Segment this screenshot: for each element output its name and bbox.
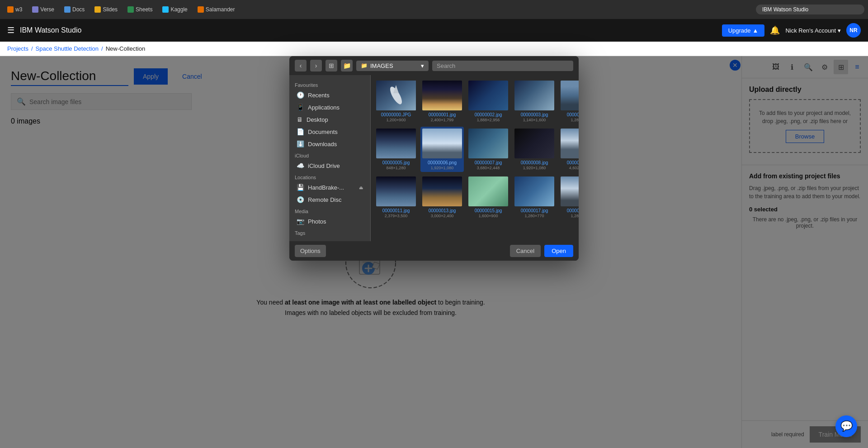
file-item-13[interactable]: 00000013.jpg 3,000×2,400 xyxy=(420,175,464,220)
sidebar-item-recents[interactable]: 🕐 Recents xyxy=(291,89,368,101)
documents-icon: 📄 xyxy=(297,128,304,135)
file-item-15[interactable]: 00000015.jpg 1,600×900 xyxy=(467,175,510,220)
file-dims-1: 2,400×1,799 xyxy=(431,118,453,122)
tab-icon-verse xyxy=(32,6,38,13)
breadcrumb-sep1: / xyxy=(31,45,33,52)
tab-icon-sheets xyxy=(127,6,134,13)
dialog-forward-button[interactable]: › xyxy=(310,60,322,71)
tab-icon-docs xyxy=(64,6,71,13)
desktop-icon: 🖥 xyxy=(297,116,303,123)
file-item-11[interactable]: 00000011.jpg 2,379×3,500 xyxy=(374,175,418,220)
icloud-icon: ☁️ xyxy=(297,162,304,169)
file-thumb-6 xyxy=(422,129,462,158)
photos-icon: 📷 xyxy=(297,218,304,225)
browser-tab-verse[interactable]: Verse xyxy=(28,5,58,14)
breadcrumb: Projects / Space Shuttle Detection / New… xyxy=(0,42,868,56)
file-item-2[interactable]: 00000002.jpg 1,888×2,956 xyxy=(467,79,510,124)
file-label-11: 00000011.jpg xyxy=(382,208,410,214)
dialog-toolbar: ‹ › ⊞ 📁 📁 IMAGES ▾ xyxy=(289,56,579,75)
file-label-8: 00000008.jpg xyxy=(521,160,548,166)
file-item-4[interactable]: 00000004.jpg 1,280×720 xyxy=(559,79,579,124)
browser-tab-salamander[interactable]: Salamander xyxy=(194,5,239,14)
file-item-0[interactable]: 00000000.JPG 1,200×900 xyxy=(374,79,418,124)
breadcrumb-shuttle[interactable]: Space Shuttle Detection xyxy=(36,45,99,52)
dialog-back-button[interactable]: ‹ xyxy=(295,60,307,71)
browser-bar: w3 Verse Docs Slides Sheets Kaggle Salam… xyxy=(0,0,868,19)
menu-icon[interactable]: ☰ xyxy=(7,25,14,35)
sidebar-item-applications[interactable]: 📱 Applications xyxy=(291,101,368,113)
sidebar-item-photos[interactable]: 📷 Photos xyxy=(291,215,368,227)
file-label-1: 00000001.jpg xyxy=(429,112,456,118)
file-item-17[interactable]: 00000017.jpg 1,280×770 xyxy=(513,175,556,220)
file-item-3[interactable]: 00000003.jpg 1,140×1,600 xyxy=(513,79,556,124)
file-thumb-3 xyxy=(514,81,554,110)
browser-tab-kaggle[interactable]: Kaggle xyxy=(159,5,191,14)
file-thumb-7 xyxy=(468,129,508,158)
notifications-icon[interactable]: 🔔 xyxy=(770,25,780,35)
file-dims-15: 1,600×900 xyxy=(479,214,498,218)
file-dims-8: 1,920×1,080 xyxy=(523,166,546,170)
dialog-folder-button[interactable]: 📁 xyxy=(341,60,353,71)
browser-search-input[interactable] xyxy=(756,5,864,14)
sidebar-item-downloads[interactable]: ⬇️ Downloads xyxy=(291,138,368,150)
dialog-view-button[interactable]: ⊞ xyxy=(326,60,337,71)
browser-tab-w3[interactable]: w3 xyxy=(4,5,26,14)
tab-icon-slides xyxy=(94,6,101,13)
file-item-5[interactable]: 00000005.jpg 848×1,280 xyxy=(374,127,418,172)
file-thumb-17 xyxy=(514,176,554,206)
chat-button[interactable]: 💬 xyxy=(835,415,857,437)
file-item-20[interactable]: 00000020.jpg 1,280×720 xyxy=(559,175,579,220)
dialog-footer-right: Cancel Open xyxy=(510,245,573,257)
favourites-label: Favourites xyxy=(289,80,370,89)
file-item-8[interactable]: 00000008.jpg 1,920×1,080 xyxy=(513,127,556,172)
file-dims-3: 1,140×1,600 xyxy=(523,118,546,122)
file-thumb-5 xyxy=(376,129,416,158)
dialog-options-button[interactable]: Options xyxy=(295,245,326,257)
browser-tab-sheets[interactable]: Sheets xyxy=(124,5,156,14)
dialog-search-input[interactable] xyxy=(432,61,573,71)
file-item-6[interactable]: 00000006.png 1,920×1,080 xyxy=(420,127,464,172)
chat-icon: 💬 xyxy=(840,420,853,432)
handbrake-icon: 💾 xyxy=(297,184,304,191)
file-dims-7: 3,680×2,448 xyxy=(477,166,500,170)
sidebar-item-handbrake[interactable]: 💾 HandBrake-... ⏏ xyxy=(291,181,368,193)
file-dims-11: 2,379×3,500 xyxy=(385,214,407,218)
browser-tab-slides[interactable]: Slides xyxy=(91,5,121,14)
file-thumb-8 xyxy=(514,129,554,158)
file-dims-6: 1,920×1,080 xyxy=(431,166,453,170)
file-label-7: 00000007.jpg xyxy=(475,160,502,166)
upgrade-icon: ▲ xyxy=(753,27,759,34)
file-dialog: ‹ › ⊞ 📁 📁 IMAGES ▾ Favourites 🕐 xyxy=(289,56,579,261)
breadcrumb-sep2: / xyxy=(101,45,103,52)
dialog-open-button[interactable]: Open xyxy=(544,245,573,257)
tags-label: Tags xyxy=(289,228,370,237)
avatar[interactable]: NR xyxy=(846,23,861,38)
upgrade-button[interactable]: Upgrade ▲ xyxy=(722,24,765,37)
breadcrumb-projects[interactable]: Projects xyxy=(7,45,28,52)
tab-icon-w3 xyxy=(7,6,14,13)
applications-icon: 📱 xyxy=(297,104,304,111)
file-dims-20: 1,280×720 xyxy=(571,214,579,218)
dialog-location[interactable]: 📁 IMAGES ▾ xyxy=(356,61,429,71)
file-item-9[interactable]: 00000009.jpg 4,602×3,540 xyxy=(559,127,579,172)
sidebar-item-documents[interactable]: 📄 Documents xyxy=(291,126,368,138)
media-label: Media xyxy=(289,206,370,215)
account-label[interactable]: Nick Ren's Account ▾ xyxy=(785,27,841,34)
file-item-1[interactable]: 00000001.jpg 2,400×1,799 xyxy=(420,79,464,124)
file-dims-13: 3,000×2,400 xyxy=(431,214,453,218)
file-label-3: 00000003.jpg xyxy=(521,112,548,118)
sidebar-item-desktop[interactable]: 🖥 Desktop xyxy=(291,114,368,125)
file-dims-5: 848×1,280 xyxy=(387,166,406,170)
file-dialog-overlay: ‹ › ⊞ 📁 📁 IMAGES ▾ Favourites 🕐 xyxy=(0,56,868,448)
browser-tab-docs[interactable]: Docs xyxy=(61,5,88,14)
sidebar-item-icloud-drive[interactable]: ☁️ iCloud Drive xyxy=(291,160,368,172)
chevron-down-icon: ▾ xyxy=(838,27,841,34)
file-item-7[interactable]: 00000007.jpg 3,680×2,448 xyxy=(467,127,510,172)
file-label-15: 00000015.jpg xyxy=(475,208,502,214)
dialog-cancel-button[interactable]: Cancel xyxy=(510,245,541,257)
file-label-6: 00000006.png xyxy=(428,160,457,166)
file-label-17: 00000017.jpg xyxy=(521,208,548,214)
dialog-sidebar: Favourites 🕐 Recents 📱 Applications 🖥 De… xyxy=(289,75,371,241)
sidebar-item-remote-disc[interactable]: 💿 Remote Disc xyxy=(291,194,368,205)
file-thumb-9 xyxy=(561,129,579,158)
